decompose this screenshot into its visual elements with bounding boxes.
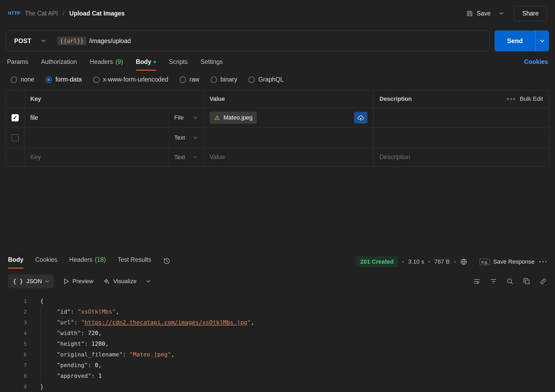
network-icon[interactable] <box>460 258 467 266</box>
format-options-chevron[interactable] <box>146 280 150 283</box>
code-line: 2"id": "xsOtklMbs", <box>11 306 555 317</box>
copy-icon[interactable] <box>523 278 530 285</box>
url-input[interactable]: {{url}} /images/upload <box>54 37 489 45</box>
table-row-placeholder: Key Text Value Description <box>6 148 549 166</box>
status-badge[interactable]: 201 Created <box>356 256 398 267</box>
response-format-select[interactable]: { } JSON <box>8 274 54 288</box>
request-tabs: Params Authorization Headers (9) Body Sc… <box>0 51 555 71</box>
response-tab-body[interactable]: Body <box>8 256 24 268</box>
tab-headers[interactable]: Headers (9) <box>90 58 123 71</box>
code-line: 7"pending": 0, <box>11 360 555 371</box>
line-number: 7 <box>11 360 27 371</box>
method-label: POST <box>14 37 31 45</box>
warning-icon <box>214 115 220 121</box>
indent-guide <box>40 328 57 339</box>
wrap-lines-icon[interactable] <box>473 278 481 285</box>
more-circles-icon <box>507 98 515 100</box>
save-floppy-icon <box>466 10 473 17</box>
upload-file-button[interactable] <box>354 112 367 124</box>
value-input[interactable]: Value <box>210 153 225 161</box>
key-input[interactable]: file <box>30 114 38 121</box>
tab-body[interactable]: Body <box>136 58 156 71</box>
type-select[interactable]: File <box>174 114 197 121</box>
top-bar: HTTP The Cat API / Upload Cat Images Sav… <box>0 0 555 27</box>
radio-icon <box>180 76 186 83</box>
row-checkbox[interactable] <box>12 134 19 141</box>
request-title[interactable]: Upload Cat Images <box>69 10 125 17</box>
cookies-link[interactable]: Cookies <box>524 58 548 66</box>
column-header-description: Description Bulk Edit <box>374 90 549 107</box>
save-response-button[interactable]: e.g. Save Response <box>480 258 535 265</box>
tab-params[interactable]: Params <box>7 58 28 71</box>
radio-icon <box>93 76 100 83</box>
description-input[interactable] <box>374 108 549 128</box>
filter-icon[interactable] <box>490 278 497 285</box>
file-chip[interactable]: Mateo.jpeg <box>210 112 257 124</box>
eg-icon: e.g. <box>480 259 490 265</box>
type-select[interactable]: Text <box>174 134 197 141</box>
more-horizontal-icon[interactable] <box>539 261 547 263</box>
save-options-chevron[interactable] <box>496 9 507 17</box>
send-button[interactable]: Send <box>495 30 535 51</box>
tab-authorization[interactable]: Authorization <box>41 58 77 71</box>
response-size[interactable]: 767 B <box>434 258 450 265</box>
tab-scripts[interactable]: Scripts <box>169 58 188 71</box>
history-icon[interactable] <box>163 256 170 265</box>
description-input[interactable]: Description <box>379 153 410 161</box>
preview-button[interactable]: Preview <box>63 278 93 285</box>
radio-form-data[interactable]: form-data <box>45 76 82 83</box>
row-checkbox[interactable] <box>12 114 19 121</box>
response-url-link[interactable]: https://cdn2.thecatapi.com/images/xsOtkl… <box>85 317 247 328</box>
headers-count: (9) <box>115 58 123 66</box>
response-time[interactable]: 3.10 s <box>408 258 424 265</box>
type-select[interactable]: Text <box>174 154 197 161</box>
response-tab-cookies[interactable]: Cookies <box>35 256 58 268</box>
table-row: Text <box>6 128 549 148</box>
method-selector[interactable]: POST <box>6 37 54 45</box>
play-icon <box>63 278 69 285</box>
line-number: 3 <box>11 317 27 328</box>
table-header-row: Key Value Description Bulk Edit <box>6 90 549 107</box>
save-button[interactable]: Save <box>465 7 492 20</box>
indent-guide <box>40 349 57 360</box>
code-lines: 1{2"id": "xsOtklMbs",3"url": "https://cd… <box>11 296 555 392</box>
description-input[interactable] <box>374 128 549 148</box>
response-body-viewer[interactable]: 1{2"id": "xsOtklMbs",3"url": "https://cd… <box>0 292 555 392</box>
breadcrumb-collection[interactable]: The Cat API <box>25 10 58 17</box>
visualize-button[interactable]: Visualize <box>103 278 137 285</box>
url-variable-chip[interactable]: {{url}} <box>57 37 86 45</box>
response-tab-test-results[interactable]: Test Results <box>117 256 151 268</box>
value-input[interactable] <box>204 128 374 148</box>
radio-x-www-form-urlencoded[interactable]: x-www-form-urlencoded <box>93 76 168 83</box>
radio-none[interactable]: none <box>11 76 34 83</box>
link-icon[interactable] <box>539 278 547 285</box>
radio-graphql[interactable]: GraphQL <box>248 76 284 83</box>
bulk-edit-button[interactable]: Bulk Edit <box>507 95 543 102</box>
code-line: 9} <box>11 381 555 392</box>
form-data-table: Key Value Description Bulk Edit file Fil… <box>6 90 549 167</box>
line-number: 5 <box>11 339 27 349</box>
radio-binary[interactable]: binary <box>211 76 237 83</box>
radio-icon <box>211 76 217 83</box>
line-number: 2 <box>11 306 27 317</box>
line-number: 9 <box>11 381 27 392</box>
response-tab-headers[interactable]: Headers (18) <box>69 256 106 268</box>
key-input[interactable]: Key <box>30 153 41 161</box>
share-button[interactable]: Share <box>514 6 547 21</box>
empty-area <box>0 167 555 250</box>
response-headers-count: (18) <box>95 256 106 263</box>
send-options-chevron[interactable] <box>535 30 549 51</box>
column-header-key: Key <box>24 90 204 107</box>
code-line: 3"url": "https://cdn2.thecatapi.com/imag… <box>11 317 555 328</box>
column-header-value: Value <box>204 90 374 107</box>
body-modified-dot <box>154 61 156 63</box>
radio-raw[interactable]: raw <box>180 76 199 83</box>
radio-icon <box>11 76 17 83</box>
tab-settings[interactable]: Settings <box>200 58 223 71</box>
search-icon[interactable] <box>506 278 514 285</box>
code-line: 6"original_filename": "Mateo.jpeg", <box>11 349 555 360</box>
response-panel: Body Cookies Headers (18) Test Results 2… <box>0 250 555 392</box>
line-number: 1 <box>11 296 27 306</box>
visualize-icon <box>103 278 110 285</box>
code-line: 8"approved": 1 <box>11 371 555 381</box>
